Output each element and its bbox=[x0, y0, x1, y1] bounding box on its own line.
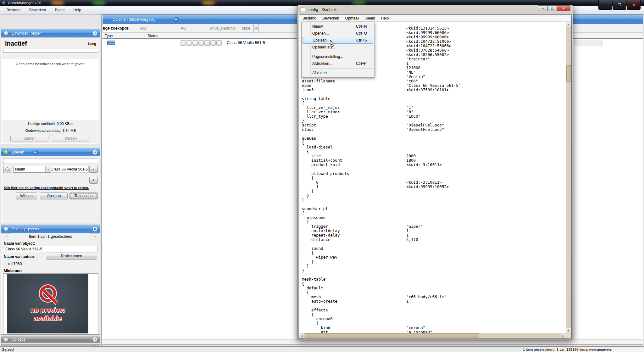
expand-button[interactable]: » bbox=[92, 337, 97, 342]
column-header[interactable]: Type bbox=[103, 33, 145, 38]
object-details-header[interactable]: Objectgegevens » bbox=[1, 225, 100, 233]
config-line bbox=[299, 272, 566, 277]
object-tab[interactable]: JV bbox=[254, 24, 259, 32]
scroll-up-icon[interactable]: ▲ bbox=[566, 22, 571, 27]
vertical-scroll-thumb[interactable] bbox=[566, 65, 571, 82]
file-menu-item[interactable]: Pagina-instelling... bbox=[302, 53, 373, 60]
chevron-double-down-icon: » bbox=[93, 228, 97, 230]
collapse-button[interactable]: » bbox=[92, 150, 97, 155]
notepad-icon bbox=[301, 8, 305, 12]
file-menu-item[interactable]: Opslaan als... bbox=[302, 44, 373, 51]
download-helper-header[interactable]: Download Helper » bbox=[1, 29, 100, 37]
add-criterion-button[interactable]: + bbox=[89, 177, 98, 184]
config-line: string-table bbox=[299, 96, 566, 101]
config-line bbox=[299, 92, 566, 96]
statusbar: Gereed 1 item geselecteerd. 1 van 135186… bbox=[0, 346, 644, 352]
search-panel-header[interactable]: Zoeken ▶ » bbox=[1, 148, 100, 156]
object-tab[interactable]: Huidige zoekopdracht bbox=[103, 24, 129, 32]
collapsed-panel-header[interactable]: Uploads » bbox=[1, 336, 100, 343]
minimize-button[interactable]: – bbox=[598, 0, 612, 10]
config-line: } bbox=[299, 198, 566, 202]
config-line: wiper.wav bbox=[299, 255, 566, 259]
apply-search-button[interactable]: Toepassen bbox=[69, 193, 98, 199]
menu-item-label: Afsluiten bbox=[312, 71, 327, 75]
menu-item-label: Openen... bbox=[312, 31, 329, 36]
file-menu-item[interactable] bbox=[302, 67, 373, 70]
notepad-menu-item[interactable]: Bewerken bbox=[319, 15, 342, 21]
notepad-menu-item[interactable]: Bestand bbox=[300, 15, 319, 21]
config-line: } bbox=[299, 268, 566, 272]
app-menu-item[interactable]: Beeld bbox=[51, 7, 68, 13]
download-list[interactable]: Geen items beschikbaar om weer te geven. bbox=[2, 59, 99, 120]
sphere-icon bbox=[4, 31, 8, 36]
sphere-icon bbox=[5, 167, 9, 171]
collapse-button[interactable]: » bbox=[92, 31, 97, 36]
config-line: asset-filename"c66" bbox=[299, 79, 566, 83]
scroll-left-icon[interactable]: ◀ bbox=[299, 333, 304, 338]
scroll-down-icon[interactable]: ▼ bbox=[566, 328, 571, 333]
notepad-menu-item[interactable]: Beeld bbox=[363, 15, 378, 21]
start-button[interactable]: Starten bbox=[10, 135, 48, 142]
no-preview-text: no preview available bbox=[31, 306, 65, 323]
save-search-button[interactable]: Opslaan bbox=[40, 193, 68, 199]
box-icon bbox=[210, 40, 216, 46]
horizontal-scrollbar[interactable]: ◀ ▶ bbox=[299, 333, 566, 338]
app-menu-item[interactable]: Bestand bbox=[3, 7, 24, 13]
file-menu-item[interactable]: Openen... Ctrl+O bbox=[302, 30, 373, 37]
search-criteria-button[interactable] bbox=[3, 166, 11, 173]
file-menu-item[interactable]: Afsluiten bbox=[302, 70, 373, 76]
config-line: allowed-products bbox=[299, 171, 566, 176]
show-profile-button[interactable]: Profiel tonen bbox=[46, 253, 97, 260]
config-line: att"a.corona0" bbox=[299, 330, 566, 333]
notepad-menu-item[interactable]: Help bbox=[378, 15, 391, 21]
author-name: rolf1960 bbox=[8, 262, 22, 266]
field-selector[interactable]: Naam ▼ bbox=[13, 166, 51, 173]
config-line: nostartdelay1 bbox=[299, 228, 566, 233]
maximize-button[interactable]: ◻ bbox=[547, 5, 557, 11]
app-menu-item[interactable]: Help bbox=[69, 7, 85, 13]
file-menu-item[interactable]: Opslaan Ctrl+S bbox=[302, 37, 373, 44]
tools-icon bbox=[204, 40, 210, 46]
close-button[interactable]: ✕ bbox=[627, 0, 641, 10]
object-tab[interactable]: Dinorius_Redundicus bbox=[210, 24, 236, 32]
object-tab[interactable]: Fokke bbox=[236, 24, 254, 32]
play-icon[interactable]: ▶ bbox=[174, 17, 179, 22]
close-button[interactable]: ✕ bbox=[557, 5, 570, 11]
remove-criterion-button[interactable]: - bbox=[89, 166, 98, 173]
tab-label: Fokke bbox=[239, 26, 250, 31]
scroll-right-icon[interactable]: ▶ bbox=[561, 333, 566, 338]
object-tab[interactable]: AM bbox=[129, 24, 157, 32]
collapse-button[interactable]: » bbox=[92, 226, 97, 232]
clear-downloads-button[interactable]: Wissen bbox=[52, 135, 89, 142]
horizontal-scroll-thumb[interactable] bbox=[305, 333, 479, 338]
restore-button[interactable]: ❐ bbox=[613, 0, 626, 10]
notepad-titlebar[interactable]: config - Kladblok bbox=[297, 5, 573, 14]
row-selection-highlight bbox=[574, 40, 603, 46]
notepad-menu-item[interactable]: Opmaak bbox=[342, 15, 362, 21]
file-menu-item[interactable]: Afdrukken... Ctrl+P bbox=[302, 60, 373, 67]
file-menu-item[interactable] bbox=[302, 51, 373, 53]
menu-item-label: Opslaan bbox=[313, 38, 327, 42]
vertical-scrollbar[interactable]: ▲ ▼ bbox=[566, 22, 571, 333]
search-input[interactable] bbox=[3, 159, 98, 164]
app-menu-item[interactable]: Bewerken bbox=[25, 7, 50, 13]
selection-count: Item 1 van 1 geselecteerd bbox=[1, 234, 100, 239]
chevron-down-icon[interactable]: ▼ bbox=[45, 166, 51, 172]
config-line: mesh"c66_body/c66.lm" bbox=[299, 294, 566, 299]
next-item-button[interactable]: > bbox=[90, 233, 99, 239]
minimize-button[interactable]: – bbox=[538, 5, 548, 11]
wallpaper-glow bbox=[51, 1, 64, 5]
file-menu-item[interactable]: Nieuw Ctrl+N bbox=[302, 23, 373, 30]
object-tab[interactable]: AO bbox=[157, 24, 210, 32]
play-icon[interactable]: ▶ bbox=[33, 150, 38, 154]
object-name-field[interactable]: Class 66 Veolia 561-5 bbox=[4, 246, 97, 252]
lock-icon bbox=[216, 40, 222, 46]
config-line: product-kuid<kuid:-3:10011> bbox=[299, 162, 566, 167]
menu-item-label: Pagina-instelling... bbox=[312, 54, 343, 59]
clear-search-button[interactable]: Wissen bbox=[16, 193, 37, 199]
config-line: llcr_ver_minor"0" bbox=[299, 109, 566, 114]
query-field[interactable]: Class 66 Veolia 561-5 bbox=[52, 166, 89, 173]
resume-search-link[interactable]: Klik hier om de vorige zoekopdracht voor… bbox=[4, 186, 89, 190]
panel-title: Zoeken bbox=[12, 150, 24, 154]
sphere-icon bbox=[4, 337, 8, 342]
